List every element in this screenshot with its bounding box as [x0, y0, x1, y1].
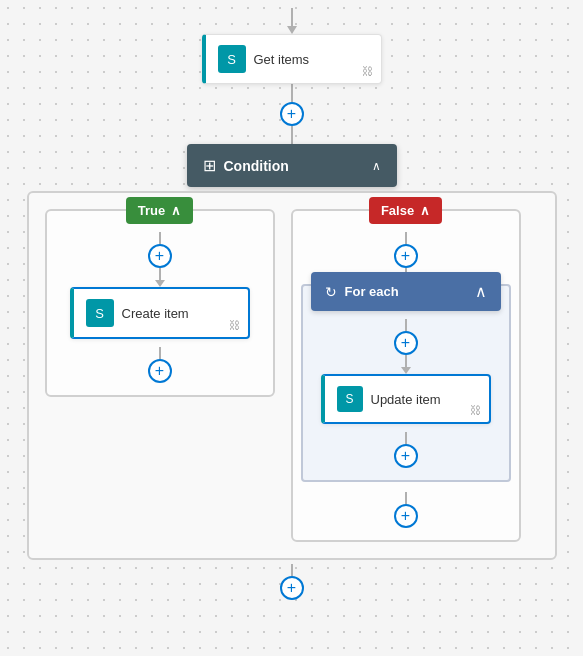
false-bottom-connector [405, 492, 407, 504]
add-button-foreach[interactable]: + [394, 331, 418, 355]
true-connector-2 [159, 268, 161, 280]
condition-chevron: ∧ [372, 159, 381, 173]
update-item-label: Update item [371, 392, 441, 407]
bottom-connector [291, 564, 293, 576]
false-chevron: ∧ [420, 203, 430, 218]
connector-1 [291, 84, 293, 102]
for-each-inner: ↻ For each ∧ + S Update [301, 284, 511, 482]
fe-bottom-connector [405, 432, 407, 444]
add-button-true-bottom[interactable]: + [148, 359, 172, 383]
condition-icon: ⊞ [203, 156, 216, 175]
update-item-icon: S [337, 386, 363, 412]
false-label: False [381, 203, 414, 218]
fe-arrow [401, 367, 411, 374]
link-icon: ⛓ [362, 65, 373, 77]
false-header: False ∧ [369, 197, 442, 224]
get-items-card[interactable]: S Get items ⛓ [202, 34, 382, 84]
add-button-true[interactable]: + [148, 244, 172, 268]
true-header: True ∧ [126, 197, 193, 224]
true-chevron: ∧ [171, 203, 181, 218]
for-each-card[interactable]: ↻ For each ∧ [311, 272, 501, 311]
add-button-bottom[interactable]: + [280, 576, 304, 600]
get-items-icon: S [218, 45, 246, 73]
for-each-chevron: ∧ [475, 282, 487, 301]
update-item-card[interactable]: S Update item ⛓ [321, 374, 491, 424]
add-button-false[interactable]: + [394, 244, 418, 268]
connector-2 [291, 126, 293, 144]
create-item-card[interactable]: S Create item ⛓ [70, 287, 250, 339]
add-button-foreach-bottom[interactable]: + [394, 444, 418, 468]
update-link-icon: ⛓ [470, 404, 481, 416]
add-button-false-bottom[interactable]: + [394, 504, 418, 528]
create-link-icon: ⛓ [229, 319, 240, 331]
create-item-icon: S [86, 299, 114, 327]
true-arrow [155, 280, 165, 287]
arrow-down [287, 26, 297, 34]
branches-container: True ∧ + S Create item ⛓ [27, 191, 557, 560]
fe-connector-2 [405, 355, 407, 367]
flow-canvas: S Get items ⛓ + ⊞ Condition ∧ True ∧ + [0, 0, 583, 656]
true-connector-1 [159, 232, 161, 244]
add-button-1[interactable]: + [280, 102, 304, 126]
fe-connector-1 [405, 319, 407, 331]
for-each-left: ↻ For each [325, 284, 399, 300]
for-each-label: For each [345, 284, 399, 299]
for-each-icon: ↻ [325, 284, 337, 300]
true-label: True [138, 203, 165, 218]
get-items-label: Get items [254, 52, 310, 67]
true-bottom-connector [159, 347, 161, 359]
true-branch: True ∧ + S Create item ⛓ [45, 209, 275, 397]
condition-left: ⊞ Condition [203, 156, 289, 175]
condition-card[interactable]: ⊞ Condition ∧ [187, 144, 397, 187]
false-branch: False ∧ + ↻ For each ∧ [291, 209, 521, 542]
condition-label: Condition [224, 158, 289, 174]
top-connector [291, 8, 293, 26]
create-item-label: Create item [122, 306, 189, 321]
false-connector-1 [405, 232, 407, 244]
